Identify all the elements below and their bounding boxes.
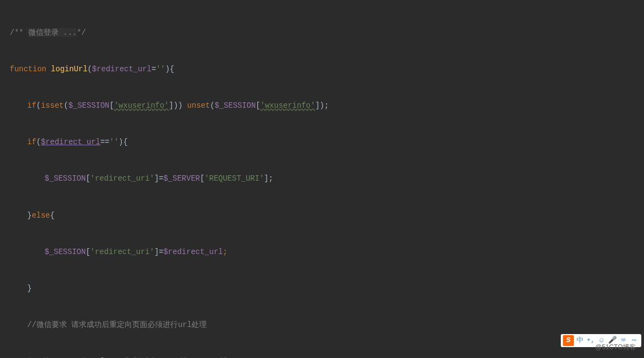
ime-language-icon[interactable]: 中 xyxy=(575,336,585,345)
code-line-6: }else{ xyxy=(10,207,644,225)
ime-punctuation-icon[interactable]: •, xyxy=(586,336,596,345)
code-line-5: $_SESSION['redirect_uri']=$_SERVER['REQU… xyxy=(10,170,644,188)
code-editor[interactable]: /** 微信登录 ...*/ function loginUrl($redire… xyxy=(0,0,644,358)
code-line-8: } xyxy=(10,280,644,298)
code-line-4: if($redirect_url==''){ xyxy=(10,133,644,152)
code-line-7: $_SESSION['redirect_uri']=$redirect_url; xyxy=(10,243,644,262)
sogou-logo-icon[interactable]: S xyxy=(563,335,574,346)
code-line-10: $redirect_uri=urlencode($this->redirect_… xyxy=(10,353,644,358)
code-line-2: function loginUrl($redirect_url=''){ xyxy=(10,60,644,79)
code-line-1: /** 微信登录 ...*/ xyxy=(10,24,644,42)
code-line-9: //微信要求 请求成功后重定向页面必须进行url处理 xyxy=(10,316,644,335)
watermark: @51CTO博客 xyxy=(595,340,636,355)
code-line-3: if(isset($_SESSION['wxuserinfo'])) unset… xyxy=(10,97,644,115)
